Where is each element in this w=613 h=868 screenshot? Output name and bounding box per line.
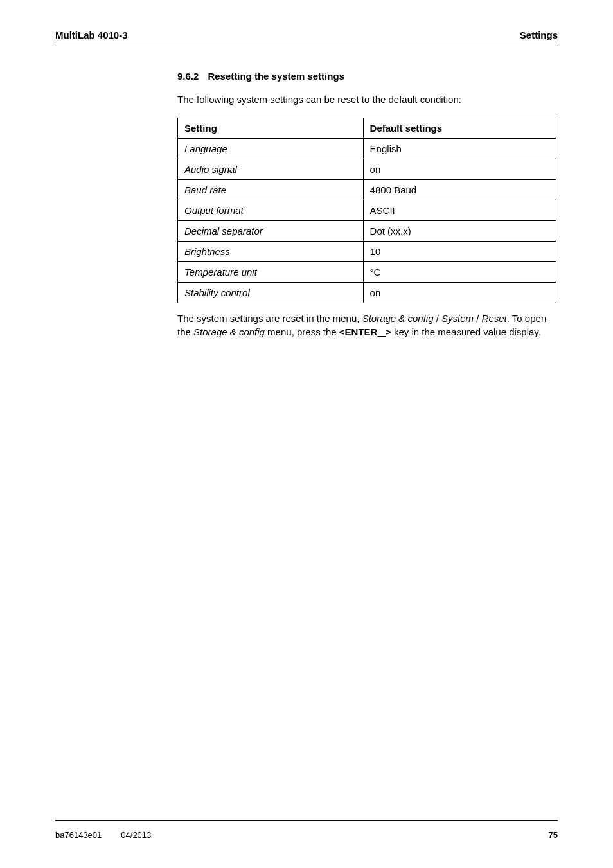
settings-table: Setting Default settings Language Englis… — [177, 118, 556, 303]
section-number: 9.6.2 — [177, 71, 199, 82]
default-cell: °C — [363, 262, 556, 283]
table-row: Decimal separator Dot (xx.x) — [178, 221, 556, 242]
setting-cell: Language — [178, 139, 364, 159]
table-row: Stability control on — [178, 283, 556, 303]
outro-part1: The system settings are reset in the men… — [177, 313, 362, 324]
footer-date: 04/2013 — [121, 830, 151, 840]
footer-left: ba76143e01 04/2013 — [55, 830, 151, 840]
header-divider — [55, 46, 558, 46]
default-cell: on — [363, 283, 556, 303]
default-cell: Dot (xx.x) — [363, 221, 556, 242]
content-area: 9.6.2Resetting the system settings The f… — [177, 71, 556, 339]
default-cell: ASCII — [363, 200, 556, 221]
table-row: Language English — [178, 139, 556, 159]
intro-text: The following system settings can be res… — [177, 93, 556, 106]
table-row: Baud rate 4800 Baud — [178, 180, 556, 200]
table-row: Audio signal on — [178, 159, 556, 180]
menu-path-3: Reset — [482, 313, 507, 324]
table-header-row: Setting Default settings — [178, 118, 556, 139]
page-header: MultiLab 4010-3 Settings — [55, 30, 558, 40]
default-cell: 4800 Baud — [363, 180, 556, 200]
key-underline — [377, 326, 386, 337]
footer-divider — [55, 820, 558, 821]
outro-text: The system settings are reset in the men… — [177, 312, 556, 339]
header-product-name: MultiLab 4010-3 — [55, 30, 128, 40]
footer-row: ba76143e01 04/2013 75 — [55, 830, 558, 840]
header-section-name: Settings — [520, 30, 558, 40]
outro-part3: menu, press the — [265, 326, 339, 337]
setting-cell: Audio signal — [178, 159, 364, 180]
setting-cell: Decimal separator — [178, 221, 364, 242]
menu-path-1: Storage & config — [362, 313, 434, 324]
footer-doc-id: ba76143e01 — [55, 830, 102, 840]
table-row: Temperature unit °C — [178, 262, 556, 283]
menu-path-2: System — [441, 313, 474, 324]
setting-cell: Baud rate — [178, 180, 364, 200]
setting-cell: Stability control — [178, 283, 364, 303]
section-title: Resetting the system settings — [208, 71, 344, 82]
table-row: Output format ASCII — [178, 200, 556, 221]
key-open: <ENTER — [339, 326, 378, 337]
section-heading: 9.6.2Resetting the system settings — [177, 71, 556, 82]
setting-cell: Brightness — [178, 242, 364, 262]
setting-cell: Output format — [178, 200, 364, 221]
key-close: > — [386, 326, 391, 337]
outro-part4: key in the measured value display. — [391, 326, 541, 337]
menu-sep1: / — [434, 313, 442, 324]
page-number: 75 — [549, 830, 558, 840]
menu-path-4: Storage & config — [193, 326, 265, 337]
default-cell: English — [363, 139, 556, 159]
page-footer: ba76143e01 04/2013 75 — [55, 820, 558, 840]
default-cell: on — [363, 159, 556, 180]
menu-sep2: / — [474, 313, 482, 324]
default-cell: 10 — [363, 242, 556, 262]
setting-cell: Temperature unit — [178, 262, 364, 283]
table-header-setting: Setting — [178, 118, 364, 139]
table-header-default: Default settings — [363, 118, 556, 139]
table-row: Brightness 10 — [178, 242, 556, 262]
